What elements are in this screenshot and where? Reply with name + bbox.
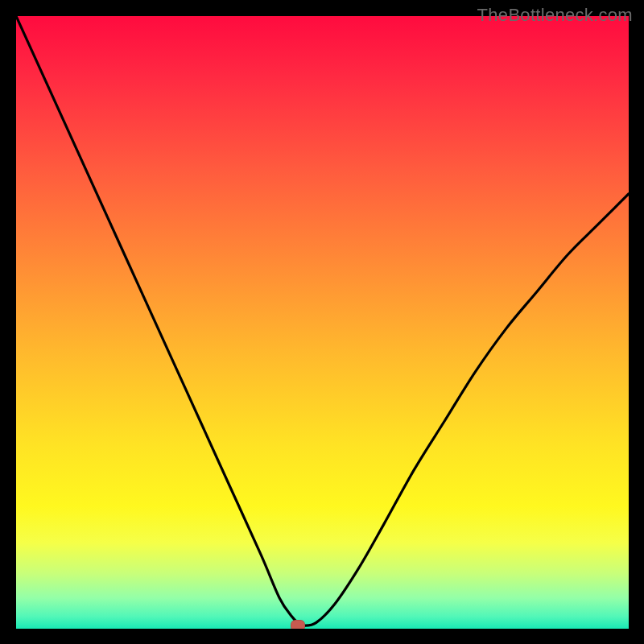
minimum-marker — [291, 620, 305, 629]
plot-area — [16, 16, 629, 629]
chart-container: TheBottleneck.com — [0, 0, 644, 644]
watermark-label: TheBottleneck.com — [477, 5, 633, 26]
bottleneck-curve — [16, 16, 629, 629]
